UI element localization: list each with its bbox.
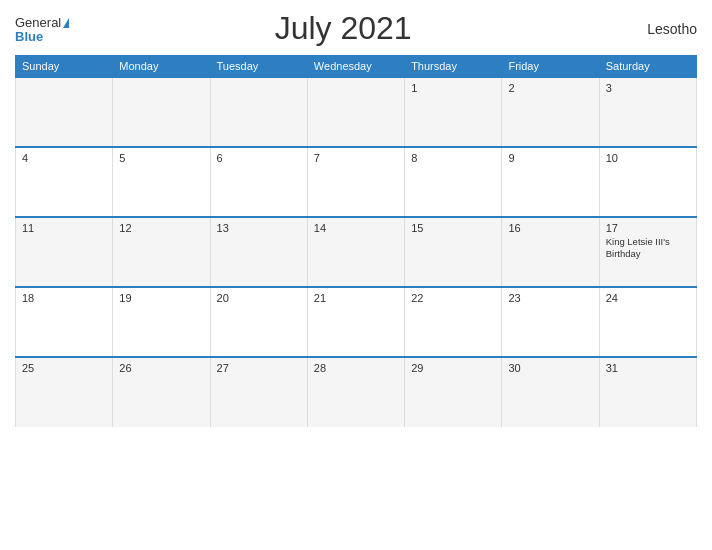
- day-number: 1: [411, 82, 495, 94]
- day-number: 10: [606, 152, 690, 164]
- calendar-day-cell: 3: [599, 77, 696, 147]
- day-number: 14: [314, 222, 398, 234]
- calendar-day-cell: [307, 77, 404, 147]
- calendar-container: General Blue July 2021 Lesotho SundayMon…: [0, 0, 712, 550]
- day-number: 3: [606, 82, 690, 94]
- calendar-day-cell: 29: [405, 357, 502, 427]
- calendar-day-cell: 21: [307, 287, 404, 357]
- day-number: 8: [411, 152, 495, 164]
- day-number: 27: [217, 362, 301, 374]
- calendar-week-row: 18192021222324: [16, 287, 697, 357]
- calendar-day-cell: 25: [16, 357, 113, 427]
- calendar-day-cell: [16, 77, 113, 147]
- calendar-tbody: 1234567891011121314151617King Letsie III…: [16, 77, 697, 427]
- day-number: 31: [606, 362, 690, 374]
- day-number: 5: [119, 152, 203, 164]
- day-number: 25: [22, 362, 106, 374]
- day-number: 30: [508, 362, 592, 374]
- logo-blue-label: Blue: [15, 30, 43, 43]
- event-text: King Letsie III's Birthday: [606, 236, 690, 261]
- day-number: 6: [217, 152, 301, 164]
- day-number: 29: [411, 362, 495, 374]
- calendar-day-cell: 8: [405, 147, 502, 217]
- calendar-day-cell: 19: [113, 287, 210, 357]
- weekday-header-cell: Wednesday: [307, 56, 404, 78]
- calendar-day-cell: 7: [307, 147, 404, 217]
- calendar-day-cell: 17King Letsie III's Birthday: [599, 217, 696, 287]
- calendar-day-cell: [210, 77, 307, 147]
- weekday-header-cell: Sunday: [16, 56, 113, 78]
- calendar-day-cell: 15: [405, 217, 502, 287]
- day-number: 19: [119, 292, 203, 304]
- day-number: 21: [314, 292, 398, 304]
- calendar-week-row: 25262728293031: [16, 357, 697, 427]
- calendar-day-cell: 4: [16, 147, 113, 217]
- day-number: 2: [508, 82, 592, 94]
- day-number: 12: [119, 222, 203, 234]
- day-number: 7: [314, 152, 398, 164]
- calendar-header: General Blue July 2021 Lesotho: [15, 10, 697, 47]
- calendar-day-cell: 27: [210, 357, 307, 427]
- calendar-day-cell: 14: [307, 217, 404, 287]
- calendar-day-cell: 6: [210, 147, 307, 217]
- day-number: 17: [606, 222, 690, 234]
- calendar-day-cell: 26: [113, 357, 210, 427]
- calendar-day-cell: 10: [599, 147, 696, 217]
- calendar-table: SundayMondayTuesdayWednesdayThursdayFrid…: [15, 55, 697, 427]
- calendar-week-row: 11121314151617King Letsie III's Birthday: [16, 217, 697, 287]
- day-number: 15: [411, 222, 495, 234]
- calendar-week-row: 123: [16, 77, 697, 147]
- logo-general-text: General: [15, 14, 69, 30]
- calendar-day-cell: 20: [210, 287, 307, 357]
- calendar-week-row: 45678910: [16, 147, 697, 217]
- logo-general-label: General: [15, 15, 61, 30]
- calendar-day-cell: 1: [405, 77, 502, 147]
- day-number: 9: [508, 152, 592, 164]
- day-number: 20: [217, 292, 301, 304]
- day-number: 28: [314, 362, 398, 374]
- logo: General Blue: [15, 14, 69, 43]
- day-number: 18: [22, 292, 106, 304]
- weekday-header-cell: Tuesday: [210, 56, 307, 78]
- calendar-day-cell: 18: [16, 287, 113, 357]
- calendar-day-cell: 16: [502, 217, 599, 287]
- day-number: 4: [22, 152, 106, 164]
- weekday-header-cell: Monday: [113, 56, 210, 78]
- calendar-day-cell: 12: [113, 217, 210, 287]
- day-number: 16: [508, 222, 592, 234]
- calendar-day-cell: 13: [210, 217, 307, 287]
- calendar-day-cell: 22: [405, 287, 502, 357]
- weekday-header-cell: Friday: [502, 56, 599, 78]
- weekday-header-cell: Thursday: [405, 56, 502, 78]
- weekday-header-cell: Saturday: [599, 56, 696, 78]
- day-number: 13: [217, 222, 301, 234]
- calendar-day-cell: 11: [16, 217, 113, 287]
- day-number: 23: [508, 292, 592, 304]
- calendar-day-cell: 5: [113, 147, 210, 217]
- calendar-day-cell: 9: [502, 147, 599, 217]
- calendar-day-cell: 30: [502, 357, 599, 427]
- month-title: July 2021: [69, 10, 617, 47]
- calendar-day-cell: 31: [599, 357, 696, 427]
- day-number: 24: [606, 292, 690, 304]
- calendar-day-cell: 2: [502, 77, 599, 147]
- day-number: 11: [22, 222, 106, 234]
- calendar-thead: SundayMondayTuesdayWednesdayThursdayFrid…: [16, 56, 697, 78]
- calendar-day-cell: 24: [599, 287, 696, 357]
- day-number: 22: [411, 292, 495, 304]
- day-number: 26: [119, 362, 203, 374]
- country-label: Lesotho: [617, 21, 697, 37]
- calendar-day-cell: 28: [307, 357, 404, 427]
- weekday-header-row: SundayMondayTuesdayWednesdayThursdayFrid…: [16, 56, 697, 78]
- calendar-day-cell: 23: [502, 287, 599, 357]
- calendar-day-cell: [113, 77, 210, 147]
